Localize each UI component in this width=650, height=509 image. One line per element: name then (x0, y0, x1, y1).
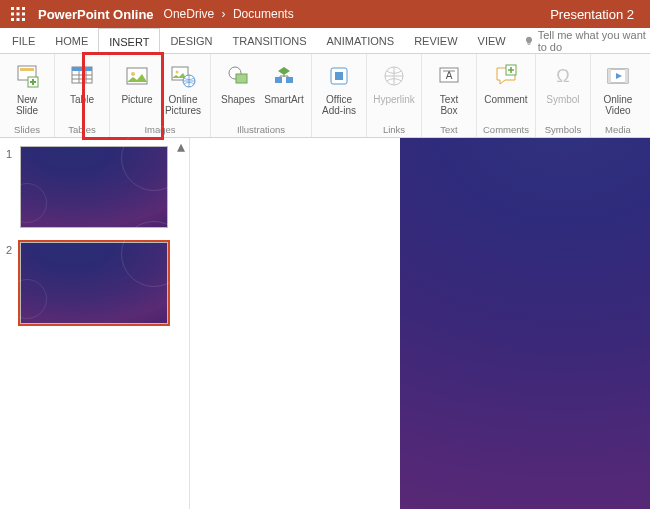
comment-button[interactable]: Comment (485, 58, 527, 123)
app-name: PowerPoint Online (36, 7, 164, 22)
svg-rect-10 (20, 68, 34, 71)
breadcrumb[interactable]: OneDrive › Documents (164, 7, 294, 21)
tell-me-search[interactable]: Tell me what you want to do (516, 28, 650, 53)
table-button[interactable]: Table (61, 58, 103, 123)
smartart-button[interactable]: SmartArt (263, 58, 305, 123)
group-text: A Text Box Text (422, 54, 477, 137)
group-tables: Table Tables (55, 54, 110, 137)
workspace: ▴ 1 2 (0, 138, 650, 509)
online-pictures-button[interactable]: Online Pictures (162, 58, 204, 123)
tab-insert[interactable]: INSERT (98, 28, 160, 54)
office-addins-button[interactable]: Office Add-ins (318, 58, 360, 134)
thumbnail-1[interactable] (20, 146, 168, 228)
svg-rect-24 (335, 72, 343, 80)
svg-text:A: A (446, 70, 453, 81)
tab-animations[interactable]: ANIMATIONS (317, 28, 405, 53)
tab-review[interactable]: REVIEW (404, 28, 467, 53)
svg-rect-20 (236, 74, 247, 83)
slide-number: 2 (6, 242, 20, 256)
lightbulb-icon (524, 35, 534, 47)
hyperlink-button: Hyperlink (373, 58, 415, 123)
online-video-icon (602, 60, 634, 92)
thumbnail-slot-2[interactable]: 2 (6, 242, 183, 324)
online-video-button[interactable]: Online Video (597, 58, 639, 123)
thumbnail-slot-1[interactable]: 1 (6, 146, 183, 228)
comment-icon (490, 60, 522, 92)
tab-transitions[interactable]: TRANSITIONS (223, 28, 317, 53)
group-symbols: Ω Symbol Symbols (536, 54, 591, 137)
svg-rect-0 (11, 7, 14, 10)
tell-me-label: Tell me what you want to do (538, 29, 650, 53)
shapes-icon (222, 60, 254, 92)
group-comments: Comment Comments (477, 54, 536, 137)
tab-view[interactable]: VIEW (468, 28, 516, 53)
text-box-icon: A (433, 60, 465, 92)
svg-rect-8 (22, 18, 25, 21)
app-launcher-icon[interactable] (0, 0, 36, 28)
new-slide-icon (11, 60, 43, 92)
svg-point-17 (176, 71, 179, 74)
svg-rect-3 (11, 13, 14, 16)
title-bar: PowerPoint Online OneDrive › Documents P… (0, 0, 650, 28)
group-images: Picture Online Pictures Images (110, 54, 211, 137)
breadcrumb-folder[interactable]: Documents (233, 7, 294, 21)
svg-text:Ω: Ω (556, 66, 569, 86)
hyperlink-icon (378, 60, 410, 92)
online-pictures-icon (167, 60, 199, 92)
thumbnail-2[interactable] (20, 242, 168, 324)
svg-rect-6 (11, 18, 14, 21)
shapes-button[interactable]: Shapes (217, 58, 259, 123)
svg-rect-13 (72, 67, 92, 71)
tab-design[interactable]: DESIGN (160, 28, 222, 53)
svg-rect-22 (286, 77, 293, 83)
svg-rect-21 (275, 77, 282, 83)
tab-file[interactable]: FILE (0, 28, 45, 53)
symbol-icon: Ω (547, 60, 579, 92)
svg-rect-2 (22, 7, 25, 10)
svg-rect-4 (17, 13, 20, 16)
group-illustrations: Shapes SmartArt Illustrations (211, 54, 312, 137)
picture-button[interactable]: Picture (116, 58, 158, 123)
svg-rect-5 (22, 13, 25, 16)
group-addins: Office Add-ins (312, 54, 367, 137)
svg-rect-31 (608, 69, 611, 83)
svg-point-15 (131, 72, 135, 76)
svg-rect-7 (17, 18, 20, 21)
group-slides: New Slide Slides (0, 54, 55, 137)
slide-canvas[interactable] (400, 138, 650, 509)
tab-home[interactable]: HOME (45, 28, 98, 53)
presentation-name[interactable]: Presentation 2 (550, 7, 650, 22)
svg-rect-32 (625, 69, 628, 83)
chevron-right-icon: › (218, 7, 230, 21)
slide-canvas-pane[interactable] (190, 138, 650, 509)
group-links: Hyperlink Links (367, 54, 422, 137)
addins-icon (323, 60, 355, 92)
ribbon: New Slide Slides Table Tables Picture On… (0, 54, 650, 138)
table-icon (66, 60, 98, 92)
svg-rect-1 (17, 7, 20, 10)
thumbnail-pane[interactable]: ▴ 1 2 (0, 138, 190, 509)
symbol-button: Ω Symbol (542, 58, 584, 123)
group-media: Online Video Media (591, 54, 645, 137)
text-box-button[interactable]: A Text Box (428, 58, 470, 123)
picture-icon (121, 60, 153, 92)
tab-strip: FILE HOME INSERT DESIGN TRANSITIONS ANIM… (0, 28, 650, 54)
new-slide-button[interactable]: New Slide (6, 58, 48, 123)
slide-number: 1 (6, 146, 20, 160)
smartart-icon (268, 60, 300, 92)
breadcrumb-root[interactable]: OneDrive (164, 7, 215, 21)
